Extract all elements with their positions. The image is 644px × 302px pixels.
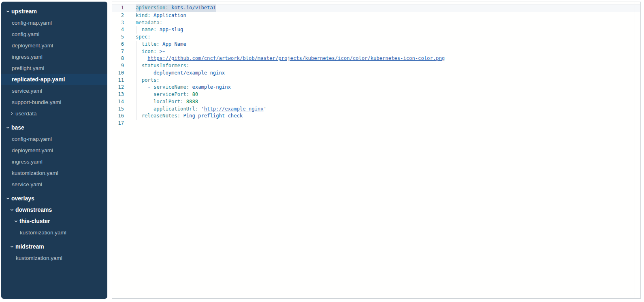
tree-file-kustomization-yaml[interactable]: kustomization.yaml xyxy=(1,252,107,264)
tree-folder-midstream[interactable]: midstream xyxy=(1,241,107,252)
chevron-down-icon xyxy=(6,10,10,13)
tree-folder-upstream[interactable]: upstream xyxy=(1,6,107,17)
code-text: title: App Name xyxy=(136,41,186,48)
code-token xyxy=(151,13,154,18)
line-number: 3 xyxy=(112,19,124,27)
tree-file-replicated-app-yaml[interactable]: replicated-app.yaml xyxy=(1,74,107,85)
code-token: App Name xyxy=(162,41,186,47)
file-tree-sidebar: upstreamconfig-map.yamlconfig.yamldeploy… xyxy=(1,2,107,299)
code-line[interactable]: 10 - deployment/example-nginx xyxy=(112,70,640,77)
line-number: 2 xyxy=(112,12,124,19)
code-token: icon: xyxy=(142,49,157,54)
code-token xyxy=(136,70,147,76)
code-token: title: xyxy=(142,41,160,47)
code-token xyxy=(136,106,154,112)
code-area[interactable]: 1apiVersion: kots.io/v1beta12kind: Appli… xyxy=(112,4,640,127)
code-text: localPort: 8888 xyxy=(136,98,198,106)
tree-folder-userdata[interactable]: userdata xyxy=(1,108,107,119)
app-root: upstreamconfig-map.yamlconfig.yamldeploy… xyxy=(0,0,644,302)
code-text: applicationUrl: 'http://example-nginx' xyxy=(136,106,267,113)
line-number: 1 xyxy=(112,4,124,12)
code-line[interactable]: 2kind: Application xyxy=(112,12,640,19)
tree-file-deployment-yaml[interactable]: deployment.yaml xyxy=(1,145,107,156)
tree-item-label: config-map.yaml xyxy=(12,136,52,142)
tree-item-label: base xyxy=(11,124,24,131)
code-token: - xyxy=(147,84,154,90)
code-token xyxy=(160,41,162,47)
chevron-down-icon xyxy=(10,245,14,249)
tree-item-label: config.yaml xyxy=(12,31,39,37)
code-token: - deployment/example-nginx xyxy=(147,70,225,76)
tree-file-ingress-yaml[interactable]: ingress.yaml xyxy=(1,156,107,167)
line-number: 14 xyxy=(112,98,124,106)
code-token: Application xyxy=(154,13,186,18)
line-number: 8 xyxy=(112,55,124,62)
tree-item-label: midstream xyxy=(15,243,44,250)
tree-folder-base[interactable]: base xyxy=(1,122,107,133)
code-line[interactable]: 17 xyxy=(112,120,640,127)
code-token: statusInformers: xyxy=(142,63,189,68)
code-text: spec: xyxy=(136,34,151,41)
code-line[interactable]: 13 servicePort: 80 xyxy=(112,91,640,98)
code-text: - deployment/example-nginx xyxy=(136,70,225,77)
tree-file-kustomization-yaml[interactable]: kustomization.yaml xyxy=(1,167,107,179)
line-number: 10 xyxy=(112,70,124,77)
tree-item-label: upstream xyxy=(11,8,37,15)
tree-item-label: overlays xyxy=(11,195,34,202)
line-number: 4 xyxy=(112,26,124,34)
code-line[interactable]: 4 name: app-slug xyxy=(112,26,640,34)
code-token: 80 xyxy=(192,91,198,97)
scrollbar-rail[interactable] xyxy=(635,2,635,298)
tree-folder-this-cluster[interactable]: this-cluster xyxy=(1,215,107,227)
tree-file-ingress-yaml[interactable]: ingress.yaml xyxy=(1,51,107,62)
tree-file-deployment-yaml[interactable]: deployment.yaml xyxy=(1,40,107,51)
code-token xyxy=(183,99,186,104)
code-line[interactable]: 7 icon: >- xyxy=(112,48,640,55)
tree-file-service-yaml[interactable]: service.yaml xyxy=(1,85,107,96)
code-line[interactable]: 9 statusInformers: xyxy=(112,62,640,70)
tree-file-kustomization-yaml[interactable]: kustomization.yaml xyxy=(1,227,107,238)
code-line[interactable]: 3metadata: xyxy=(112,19,640,27)
code-line[interactable]: 11 ports: xyxy=(112,77,640,84)
tree-folder-overlays[interactable]: overlays xyxy=(1,193,107,204)
code-line[interactable]: 6 title: App Name xyxy=(112,41,640,48)
tree-item-label: downstreams xyxy=(15,206,52,213)
code-line[interactable]: 8 https://github.com/cncf/artwork/blob/m… xyxy=(112,55,640,62)
code-token: servicePort: xyxy=(154,91,189,97)
code-token xyxy=(136,41,142,47)
tree-file-support-bundle-yaml[interactable]: support-bundle.yaml xyxy=(1,96,107,108)
line-number: 6 xyxy=(112,41,124,48)
tree-file-preflight-yaml[interactable]: preflight.yaml xyxy=(1,62,107,74)
tree-item-label: service.yaml xyxy=(12,181,42,187)
url-link[interactable]: http://example-nginx xyxy=(204,106,264,112)
tree-item-label: service.yaml xyxy=(12,88,42,94)
tree-file-config-map-yaml[interactable]: config-map.yaml xyxy=(1,133,107,145)
line-number: 9 xyxy=(112,62,124,70)
code-token: ports: xyxy=(142,77,160,83)
tree-folder-downstreams[interactable]: downstreams xyxy=(1,204,107,215)
code-text: statusInformers: xyxy=(136,62,189,70)
code-text: ports: xyxy=(136,77,160,84)
chevron-down-icon xyxy=(6,126,10,130)
code-token xyxy=(156,49,159,54)
tree-file-service-yaml[interactable]: service.yaml xyxy=(1,179,107,190)
tree-file-config-map-yaml[interactable]: config-map.yaml xyxy=(1,17,107,28)
url-link[interactable]: https://github.com/cncf/artwork/blob/mas… xyxy=(147,55,445,61)
code-token: metadata: xyxy=(136,20,162,26)
code-line[interactable]: 1apiVersion: kots.io/v1beta1 xyxy=(112,4,640,12)
tree-item-label: kustomization.yaml xyxy=(16,255,62,261)
code-line[interactable]: 14 localPort: 8888 xyxy=(112,98,640,106)
code-token: ' xyxy=(201,106,204,112)
code-token xyxy=(136,63,142,68)
code-token: spec: xyxy=(136,34,151,40)
code-line[interactable]: 12 - serviceName: example-nginx xyxy=(112,84,640,91)
code-text: - serviceName: example-nginx xyxy=(136,84,231,91)
code-line[interactable]: 15 applicationUrl: 'http://example-nginx… xyxy=(112,106,640,113)
tree-item-label: kustomization.yaml xyxy=(20,230,66,236)
code-line[interactable]: 16 releaseNotes: Ping preflight check xyxy=(112,113,640,120)
tree-file-config-yaml[interactable]: config.yaml xyxy=(1,28,107,40)
code-token: applicationUrl: xyxy=(154,106,198,112)
code-line[interactable]: 5spec: xyxy=(112,34,640,41)
code-text: servicePort: 80 xyxy=(136,91,198,98)
code-token xyxy=(168,5,171,11)
